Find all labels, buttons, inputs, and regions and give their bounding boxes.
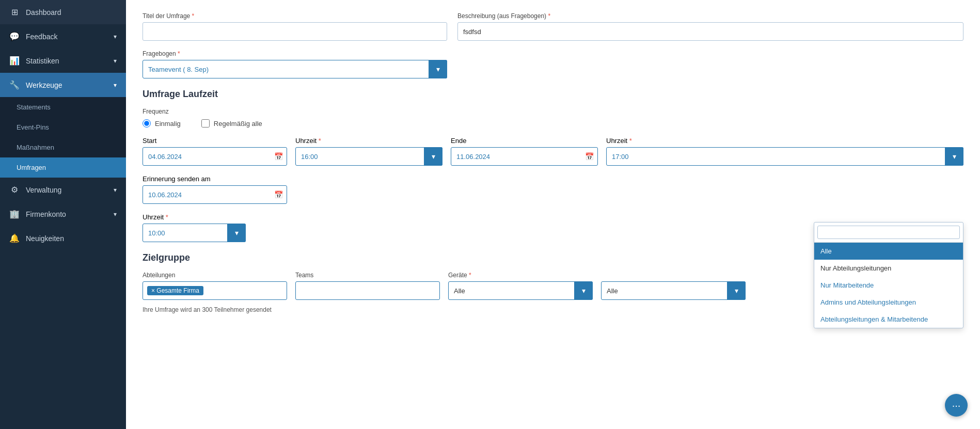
- abteilungen-input[interactable]: × Gesamte Firma: [143, 281, 287, 300]
- sidebar-item-event-pins[interactable]: Event-Pins: [0, 117, 126, 137]
- dropdown-search-input[interactable]: [817, 226, 960, 239]
- start-date-input[interactable]: [143, 147, 287, 166]
- einmalig-label: Einmalig: [155, 120, 181, 128]
- group-rolle: Rolle Alle ▾: [601, 272, 746, 300]
- dropdown-option-alle[interactable]: Alle: [814, 243, 963, 260]
- chevron-down-icon: ▾: [114, 57, 117, 65]
- sidebar-item-firmenkonto[interactable]: 🏢 Firmenkonto ▾: [0, 202, 126, 226]
- dropdown-option-nur-abteilungsleitungen[interactable]: Nur Abteilungsleitungen: [814, 260, 963, 277]
- chat-button[interactable]: ···: [945, 394, 968, 417]
- werkzeuge-icon: 🔧: [9, 80, 20, 90]
- geraete-select[interactable]: Alle: [448, 281, 593, 300]
- sidebar-item-label: Werkzeuge: [26, 81, 62, 89]
- sidebar-item-neuigkeiten[interactable]: 🔔 Neuigkeiten: [0, 226, 126, 250]
- erinnerung-label: Erinnerung senden am: [143, 175, 287, 183]
- abteilungen-tag: × Gesamte Firma: [147, 286, 203, 295]
- sidebar-item-label: Statements: [17, 103, 51, 111]
- dashboard-icon: ⊞: [9, 7, 20, 17]
- uhrzeit-start-label: Uhrzeit *: [295, 137, 442, 145]
- section-laufzeit-title: Umfrage Laufzeit: [143, 89, 963, 100]
- feedback-icon: 💬: [9, 31, 20, 41]
- geraete-label: Geräte *: [448, 272, 593, 279]
- group-uhrzeit-ende: Uhrzeit * 17:00 ▾: [606, 137, 963, 166]
- row-fragebogen: Fragebogen * Teamevent ( 8. Sep) ▾: [143, 50, 963, 78]
- group-uhrzeit-erinnerung: Uhrzeit * 10:00 ▾: [143, 213, 246, 242]
- sidebar-item-dashboard[interactable]: ⊞ Dashboard: [0, 0, 126, 24]
- row-titel-beschreibung: Titel der Umfrage * Beschreibung (aus Fr…: [143, 12, 963, 41]
- sidebar-item-label: Feedback: [26, 33, 57, 41]
- rolle-select[interactable]: Alle: [601, 281, 746, 300]
- sidebar-item-statements[interactable]: Statements: [0, 97, 126, 117]
- sidebar-item-label: Firmenkonto: [26, 210, 66, 218]
- group-uhrzeit-start: Uhrzeit * 16:00 ▾: [295, 137, 442, 166]
- group-erinnerung: Erinnerung senden am 📅: [143, 175, 287, 204]
- uhrzeit-erinnerung-dropdown-btn[interactable]: ▾: [227, 224, 246, 242]
- fragebogen-select-wrapper: Teamevent ( 8. Sep) ▾: [143, 60, 447, 78]
- dropdown-option-abteilungsleitungen-mitarbeitende[interactable]: Abteilungsleitungen & Mitarbeitende: [814, 311, 963, 328]
- einmalig-radio-label[interactable]: Einmalig: [143, 119, 181, 128]
- neuigkeiten-icon: 🔔: [9, 233, 20, 243]
- sidebar-item-umfragen[interactable]: Umfragen: [0, 157, 126, 178]
- start-label: Start: [143, 137, 287, 145]
- uhrzeit-start-wrapper: 16:00 ▾: [295, 147, 442, 166]
- beschreibung-label: Beschreibung (aus Fragebogen) *: [457, 12, 963, 20]
- sidebar-item-label: Event-Pins: [17, 123, 49, 131]
- ende-date-wrapper: 📅: [451, 147, 598, 166]
- uhrzeit-ende-select[interactable]: 17:00: [606, 147, 963, 166]
- sidebar-item-label: Dashboard: [26, 8, 61, 17]
- group-beschreibung: Beschreibung (aus Fragebogen) *: [457, 12, 963, 41]
- rolle-dropdown-btn[interactable]: ▾: [727, 281, 746, 300]
- sidebar-item-label: Statistiken: [26, 57, 59, 65]
- frequenz-label: Frequenz: [143, 108, 963, 115]
- fragebogen-select[interactable]: Teamevent ( 8. Sep): [143, 60, 447, 78]
- chevron-down-icon: ▾: [114, 82, 117, 89]
- chat-icon: ···: [952, 400, 961, 411]
- teams-input[interactable]: [295, 281, 440, 300]
- sidebar-item-label: Umfragen: [17, 164, 46, 171]
- teams-label: Teams: [295, 272, 440, 279]
- beschreibung-input[interactable]: [457, 22, 963, 41]
- start-date-wrapper: 📅: [143, 147, 287, 166]
- uhrzeit-start-dropdown-btn[interactable]: ▾: [424, 147, 442, 166]
- group-abteilungen: Abteilungen × Gesamte Firma: [143, 272, 287, 300]
- uhrzeit-ende-dropdown-btn[interactable]: ▾: [945, 147, 963, 166]
- chevron-down-icon: ▾: [114, 33, 117, 40]
- uhrzeit-ende-wrapper: 17:00 ▾: [606, 147, 963, 166]
- verwaltung-icon: ⚙: [9, 185, 20, 195]
- einmalig-radio[interactable]: [143, 119, 151, 128]
- titel-input[interactable]: [143, 22, 447, 41]
- dates-row-1: Start 📅 Uhrzeit * 16:00 ▾ Ende: [143, 137, 963, 166]
- regelmaessig-checkbox[interactable]: [201, 119, 210, 128]
- erinnerung-date-wrapper: 📅: [143, 185, 287, 204]
- regelmaessig-label: Regelmäßig alle: [214, 120, 262, 128]
- titel-label: Titel der Umfrage *: [143, 12, 447, 20]
- ende-label: Ende: [451, 137, 598, 145]
- sidebar-item-verwaltung[interactable]: ⚙ Verwaltung ▾: [0, 178, 126, 202]
- rolle-select-wrapper: Alle ▾: [601, 281, 746, 300]
- main-content: Titel der Umfrage * Beschreibung (aus Fr…: [126, 0, 980, 429]
- geraete-dropdown-btn[interactable]: ▾: [574, 281, 593, 300]
- uhrzeit-start-select[interactable]: 16:00: [295, 147, 442, 166]
- sidebar-item-feedback[interactable]: 💬 Feedback ▾: [0, 24, 126, 49]
- chevron-down-icon: ▾: [114, 211, 117, 218]
- uhrzeit-erinnerung-label: Uhrzeit *: [143, 213, 246, 221]
- ende-date-input[interactable]: [451, 147, 598, 166]
- sidebar-item-statistiken[interactable]: 📊 Statistiken ▾: [0, 49, 126, 73]
- sidebar-item-werkzeuge[interactable]: 🔧 Werkzeuge ▾: [0, 73, 126, 97]
- sidebar-item-label: Maßnahmen: [17, 144, 54, 151]
- firmenkonto-icon: 🏢: [9, 209, 20, 219]
- sidebar-item-massnahmen[interactable]: Maßnahmen: [0, 137, 126, 157]
- fragebogen-label: Fragebogen *: [143, 50, 447, 57]
- sidebar: ⊞ Dashboard 💬 Feedback ▾ 📊 Statistiken ▾…: [0, 0, 126, 429]
- group-fragebogen: Fragebogen * Teamevent ( 8. Sep) ▾: [143, 50, 447, 78]
- dropdown-option-nur-mitarbeitende[interactable]: Nur Mitarbeitende: [814, 277, 963, 294]
- regelmaessig-checkbox-label[interactable]: Regelmäßig alle: [201, 119, 262, 128]
- dropdown-option-admins[interactable]: Admins und Abteilungsleitungen: [814, 294, 963, 311]
- dropdown-search-wrapper: [814, 223, 963, 243]
- erinnerung-date-input[interactable]: [143, 185, 287, 204]
- fragebogen-dropdown-btn[interactable]: ▾: [429, 60, 447, 78]
- uhrzeit-erinnerung-wrapper: 10:00 ▾: [143, 224, 246, 242]
- chevron-down-icon: ▾: [114, 186, 117, 194]
- statistiken-icon: 📊: [9, 56, 20, 66]
- sidebar-item-label: Verwaltung: [26, 186, 61, 194]
